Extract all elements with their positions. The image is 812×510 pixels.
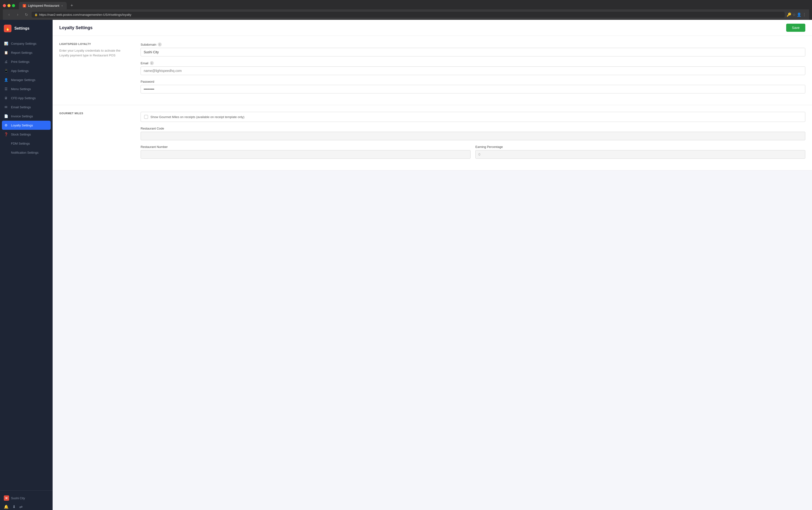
section-layout: LIGHTSPEED LOYALTY Enter your Loyalty cr… [59, 42, 805, 98]
download-icon[interactable]: ⬇ [12, 505, 16, 509]
browser-chrome: 🔥 Lightspeed Restaurant × + ‹ › ↻ 🔒 http… [0, 0, 812, 20]
minimize-traffic-light[interactable] [7, 4, 10, 7]
key-icon: 🔑 [787, 12, 791, 17]
back-button[interactable]: ‹ [6, 11, 12, 18]
password-field-group: Password [141, 80, 805, 93]
sidebar-item-fdm-settings[interactable]: FDM Settings [0, 139, 53, 148]
subdomain-input[interactable] [141, 48, 805, 56]
email-label: Email i [141, 61, 805, 65]
sidebar-item-notification-settings[interactable]: Notification Settings [0, 148, 53, 157]
page-title: Loyalty Settings [59, 25, 92, 30]
app-settings-icon: 📱 [4, 68, 8, 73]
sidebar-item-company-settings[interactable]: 📊 Company Settings [0, 39, 53, 48]
section-tag: LIGHTSPEED LOYALTY [59, 42, 131, 46]
save-button[interactable]: Save [786, 24, 805, 32]
sidebar-title: Settings [14, 26, 29, 31]
manager-settings-icon: 👤 [4, 78, 8, 82]
sidebar-item-label: Invoice Settings [11, 115, 33, 118]
sidebar-item-manager-settings[interactable]: 👤 Manager Settings [0, 75, 53, 84]
notification-settings-icon [4, 150, 8, 155]
star-icon[interactable]: ☆ [792, 12, 796, 17]
url-text: https://nae2-web.posios.com/management/e… [39, 13, 131, 17]
sidebar-store[interactable]: M Sushi City [4, 493, 49, 503]
user-avatar[interactable]: 👤 [797, 12, 802, 17]
tab-title: Lightspeed Restaurant [28, 4, 59, 7]
sidebar-item-label: Menu Settings [11, 87, 31, 91]
sidebar-item-label: Print Settings [11, 60, 29, 64]
restaurant-code-label: Restaurant Code [141, 127, 805, 130]
tab-close-button[interactable]: × [61, 4, 63, 7]
stock-settings-icon: ❓ [4, 132, 8, 137]
traffic-lights [3, 4, 15, 7]
email-info-icon[interactable]: i [150, 61, 154, 65]
bell-icon[interactable]: 🔔 [4, 505, 9, 509]
print-settings-icon: 🖨 [4, 60, 8, 64]
earning-percentage-field-group: Earning Percentage [475, 145, 805, 159]
logo-icon: 🔥 [4, 25, 11, 32]
store-name: Sushi City [11, 497, 25, 500]
sidebar-item-label: Report Settings [11, 51, 32, 55]
forward-button[interactable]: › [14, 11, 21, 18]
gourmet-miles-checkbox-row[interactable]: Show Gourmet Miles on receipts (availabl… [141, 112, 805, 122]
sidebar: 🔥 Settings 📊 Company Settings 📋 Report S… [0, 20, 53, 510]
nav-row: ‹ › ↻ 🔒 https://nae2-web.posios.com/mana… [3, 9, 809, 20]
app-container: 🔥 Settings 📊 Company Settings 📋 Report S… [0, 20, 812, 510]
sidebar-footer-icons: 🔔 ⬇ ⇄ [4, 503, 49, 509]
tabs-row: 🔥 Lightspeed Restaurant × + [3, 2, 809, 9]
sidebar-item-invoice-settings[interactable]: 📄 Invoice Settings [0, 112, 53, 121]
menu-dots[interactable]: ⋮ [803, 12, 806, 17]
address-bar[interactable]: 🔒 https://nae2-web.posios.com/management… [32, 12, 785, 18]
sidebar-footer: M Sushi City 🔔 ⬇ ⇄ [0, 490, 53, 510]
sidebar-item-label: FDM Settings [11, 142, 30, 145]
maximize-traffic-light[interactable] [12, 4, 15, 7]
restaurant-code-input[interactable] [141, 132, 805, 140]
sidebar-item-cfd-app-settings[interactable]: 🖥 CFD App Settings [0, 93, 53, 102]
restaurant-number-field-group: Restaurant Number [141, 145, 470, 159]
reload-button[interactable]: ↻ [23, 11, 30, 18]
lightspeed-loyalty-section: LIGHTSPEED LOYALTY Enter your Loyalty cr… [53, 36, 812, 105]
section-description: Enter your Loyalty credentials to activa… [59, 48, 131, 58]
store-avatar: M [4, 496, 9, 501]
sidebar-item-label: Stock Settings [11, 132, 31, 136]
sidebar-item-print-settings[interactable]: 🖨 Print Settings [0, 57, 53, 66]
gourmet-section-tag: GOURMET MILES [59, 112, 131, 115]
sidebar-item-label: CFD App Settings [11, 96, 36, 100]
sidebar-item-menu-settings[interactable]: ☰ Menu Settings [0, 84, 53, 93]
sidebar-item-email-settings[interactable]: ✉ Email Settings [0, 102, 53, 112]
main-header: Loyalty Settings Save [53, 20, 812, 36]
subdomain-info-icon[interactable]: i [158, 42, 162, 47]
restaurant-number-input[interactable] [141, 150, 470, 159]
switch-icon[interactable]: ⇄ [19, 505, 23, 509]
report-settings-icon: 📋 [4, 51, 8, 55]
sidebar-logo: 🔥 Settings [0, 20, 53, 37]
earning-percentage-label: Earning Percentage [475, 145, 805, 149]
section-right: Subdomain i Email i [141, 42, 805, 98]
password-input[interactable] [141, 85, 805, 93]
email-input[interactable] [141, 66, 805, 75]
gourmet-miles-checkbox[interactable] [144, 115, 148, 119]
sidebar-item-label: App Settings [11, 69, 29, 73]
fdm-settings-icon [4, 141, 8, 146]
menu-settings-icon: ☰ [4, 87, 8, 91]
section-left-gourmet: GOURMET MILES [59, 112, 131, 163]
earning-percentage-input[interactable] [475, 150, 805, 159]
section-left: LIGHTSPEED LOYALTY Enter your Loyalty cr… [59, 42, 131, 98]
close-traffic-light[interactable] [3, 4, 6, 7]
sidebar-item-loyalty-settings[interactable]: ⚙ Loyalty Settings [2, 121, 51, 130]
main-content: Loyalty Settings Save LIGHTSPEED LOYALTY… [53, 20, 812, 510]
browser-tab[interactable]: 🔥 Lightspeed Restaurant × [19, 2, 67, 9]
sidebar-item-label: Notification Settings [11, 151, 38, 154]
sidebar-item-stock-settings[interactable]: ❓ Stock Settings [0, 130, 53, 139]
email-settings-icon: ✉ [4, 105, 8, 109]
new-tab-button[interactable]: + [69, 3, 75, 8]
two-col-fields: Restaurant Number Earning Percentage [141, 145, 805, 163]
sidebar-item-label: Manager Settings [11, 78, 35, 82]
sidebar-item-label: Loyalty Settings [11, 124, 33, 127]
sidebar-item-label: Email Settings [11, 106, 31, 109]
invoice-settings-icon: 📄 [4, 114, 8, 118]
sidebar-nav: 📊 Company Settings 📋 Report Settings 🖨 P… [0, 37, 53, 490]
subdomain-label: Subdomain i [141, 42, 805, 47]
restaurant-number-label: Restaurant Number [141, 145, 470, 149]
sidebar-item-app-settings[interactable]: 📱 App Settings [0, 66, 53, 75]
sidebar-item-report-settings[interactable]: 📋 Report Settings [0, 48, 53, 57]
